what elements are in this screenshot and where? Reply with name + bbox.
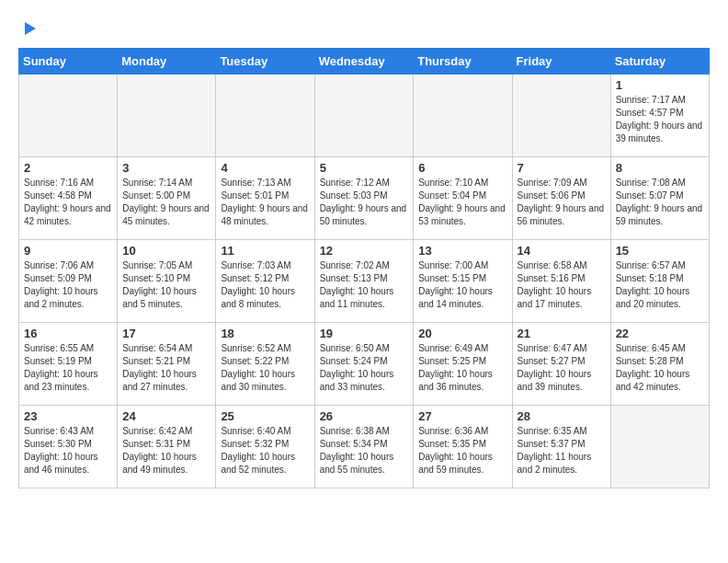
day-info: Sunrise: 6:50 AM Sunset: 5:24 PM Dayligh… xyxy=(320,342,409,394)
day-number: 6 xyxy=(418,161,506,175)
calendar-cell: 14Sunrise: 6:58 AM Sunset: 5:16 PM Dayli… xyxy=(512,240,610,323)
calendar-cell xyxy=(118,75,216,157)
calendar-cell xyxy=(512,75,610,157)
day-info: Sunrise: 7:16 AM Sunset: 4:58 PM Dayligh… xyxy=(24,177,112,228)
calendar-cell: 28Sunrise: 6:35 AM Sunset: 5:37 PM Dayli… xyxy=(512,406,610,488)
day-info: Sunrise: 7:08 AM Sunset: 5:07 PM Dayligh… xyxy=(616,177,704,228)
day-info: Sunrise: 7:06 AM Sunset: 5:09 PM Dayligh… xyxy=(24,259,112,311)
calendar-week-4: 23Sunrise: 6:43 AM Sunset: 5:30 PM Dayli… xyxy=(19,406,710,488)
header-sunday: Sunday xyxy=(19,49,118,75)
calendar-cell: 21Sunrise: 6:47 AM Sunset: 5:27 PM Dayli… xyxy=(512,323,610,406)
day-info: Sunrise: 6:36 AM Sunset: 5:35 PM Dayligh… xyxy=(418,425,506,477)
day-number: 16 xyxy=(24,327,112,340)
day-info: Sunrise: 6:58 AM Sunset: 5:16 PM Dayligh… xyxy=(518,259,606,311)
day-number: 5 xyxy=(320,161,409,175)
day-info: Sunrise: 6:42 AM Sunset: 5:31 PM Dayligh… xyxy=(122,425,210,477)
calendar-cell: 23Sunrise: 6:43 AM Sunset: 5:30 PM Dayli… xyxy=(19,406,118,488)
day-number: 22 xyxy=(616,327,704,340)
header-monday: Monday xyxy=(118,49,216,75)
svg-marker-0 xyxy=(25,22,36,35)
day-number: 21 xyxy=(518,327,606,340)
day-number: 13 xyxy=(418,244,506,258)
calendar-table: SundayMondayTuesdayWednesdayThursdayFrid… xyxy=(18,48,710,488)
day-number: 27 xyxy=(418,409,506,423)
calendar-cell: 27Sunrise: 6:36 AM Sunset: 5:35 PM Dayli… xyxy=(414,406,512,488)
calendar-week-3: 16Sunrise: 6:55 AM Sunset: 5:19 PM Dayli… xyxy=(19,323,710,406)
header-saturday: Saturday xyxy=(610,49,709,75)
day-info: Sunrise: 7:05 AM Sunset: 5:10 PM Dayligh… xyxy=(122,259,210,311)
header-tuesday: Tuesday xyxy=(216,49,314,75)
day-number: 24 xyxy=(122,409,210,423)
day-number: 26 xyxy=(320,409,409,423)
day-info: Sunrise: 7:09 AM Sunset: 5:06 PM Dayligh… xyxy=(518,177,606,228)
calendar-cell: 10Sunrise: 7:05 AM Sunset: 5:10 PM Dayli… xyxy=(118,240,216,323)
day-number: 4 xyxy=(221,161,309,175)
day-number: 1 xyxy=(616,78,704,92)
calendar-cell: 25Sunrise: 6:40 AM Sunset: 5:32 PM Dayli… xyxy=(216,406,314,488)
calendar-cell xyxy=(216,75,314,157)
day-number: 8 xyxy=(616,161,704,175)
day-info: Sunrise: 6:49 AM Sunset: 5:25 PM Dayligh… xyxy=(418,342,506,394)
day-info: Sunrise: 6:57 AM Sunset: 5:18 PM Dayligh… xyxy=(616,259,704,311)
day-info: Sunrise: 6:52 AM Sunset: 5:22 PM Dayligh… xyxy=(221,342,309,394)
header-friday: Friday xyxy=(512,49,610,75)
header-wednesday: Wednesday xyxy=(314,49,414,75)
calendar-cell: 19Sunrise: 6:50 AM Sunset: 5:24 PM Dayli… xyxy=(314,323,414,406)
calendar-cell xyxy=(610,406,709,488)
day-info: Sunrise: 7:17 AM Sunset: 4:57 PM Dayligh… xyxy=(616,94,704,145)
day-info: Sunrise: 6:45 AM Sunset: 5:28 PM Dayligh… xyxy=(616,342,704,394)
calendar-cell xyxy=(19,75,118,157)
calendar-cell: 2Sunrise: 7:16 AM Sunset: 4:58 PM Daylig… xyxy=(19,157,118,240)
calendar-cell: 6Sunrise: 7:10 AM Sunset: 5:04 PM Daylig… xyxy=(414,157,512,240)
day-number: 19 xyxy=(320,327,409,340)
calendar-cell xyxy=(414,75,512,157)
calendar-cell: 5Sunrise: 7:12 AM Sunset: 5:03 PM Daylig… xyxy=(314,157,414,240)
day-info: Sunrise: 6:38 AM Sunset: 5:34 PM Dayligh… xyxy=(320,425,409,477)
calendar-cell: 11Sunrise: 7:03 AM Sunset: 5:12 PM Dayli… xyxy=(216,240,314,323)
calendar-cell: 12Sunrise: 7:02 AM Sunset: 5:13 PM Dayli… xyxy=(314,240,414,323)
day-info: Sunrise: 6:40 AM Sunset: 5:32 PM Dayligh… xyxy=(221,425,309,477)
day-info: Sunrise: 7:10 AM Sunset: 5:04 PM Dayligh… xyxy=(418,177,506,228)
calendar-cell: 4Sunrise: 7:13 AM Sunset: 5:01 PM Daylig… xyxy=(216,157,314,240)
calendar-cell: 26Sunrise: 6:38 AM Sunset: 5:34 PM Dayli… xyxy=(314,406,414,488)
day-number: 14 xyxy=(518,244,606,258)
calendar-cell: 8Sunrise: 7:08 AM Sunset: 5:07 PM Daylig… xyxy=(610,157,709,240)
calendar-cell: 16Sunrise: 6:55 AM Sunset: 5:19 PM Dayli… xyxy=(19,323,118,406)
calendar-cell: 24Sunrise: 6:42 AM Sunset: 5:31 PM Dayli… xyxy=(118,406,216,488)
day-number: 12 xyxy=(320,244,409,258)
day-number: 7 xyxy=(518,161,606,175)
day-number: 3 xyxy=(122,161,210,175)
day-info: Sunrise: 6:47 AM Sunset: 5:27 PM Dayligh… xyxy=(518,342,606,394)
day-info: Sunrise: 7:00 AM Sunset: 5:15 PM Dayligh… xyxy=(418,259,506,311)
day-info: Sunrise: 6:55 AM Sunset: 5:19 PM Dayligh… xyxy=(24,342,112,394)
calendar-cell: 3Sunrise: 7:14 AM Sunset: 5:00 PM Daylig… xyxy=(118,157,216,240)
day-number: 15 xyxy=(616,244,704,258)
day-info: Sunrise: 7:12 AM Sunset: 5:03 PM Dayligh… xyxy=(320,177,409,228)
calendar-cell: 17Sunrise: 6:54 AM Sunset: 5:21 PM Dayli… xyxy=(118,323,216,406)
day-number: 23 xyxy=(24,409,112,423)
day-number: 11 xyxy=(221,244,309,258)
calendar-week-1: 2Sunrise: 7:16 AM Sunset: 4:58 PM Daylig… xyxy=(19,157,710,240)
day-number: 28 xyxy=(518,409,606,423)
day-number: 2 xyxy=(24,161,112,175)
calendar-cell: 20Sunrise: 6:49 AM Sunset: 5:25 PM Dayli… xyxy=(414,323,512,406)
day-info: Sunrise: 7:13 AM Sunset: 5:01 PM Dayligh… xyxy=(221,177,309,228)
day-info: Sunrise: 6:35 AM Sunset: 5:37 PM Dayligh… xyxy=(518,425,606,477)
calendar-cell: 15Sunrise: 6:57 AM Sunset: 5:18 PM Dayli… xyxy=(610,240,709,323)
calendar-cell: 1Sunrise: 7:17 AM Sunset: 4:57 PM Daylig… xyxy=(610,75,709,157)
calendar-header-row: SundayMondayTuesdayWednesdayThursdayFrid… xyxy=(19,49,710,75)
header-thursday: Thursday xyxy=(414,49,512,75)
day-number: 25 xyxy=(221,409,309,423)
day-info: Sunrise: 7:14 AM Sunset: 5:00 PM Dayligh… xyxy=(122,177,210,228)
calendar-cell: 18Sunrise: 6:52 AM Sunset: 5:22 PM Dayli… xyxy=(216,323,314,406)
calendar-cell: 7Sunrise: 7:09 AM Sunset: 5:06 PM Daylig… xyxy=(512,157,610,240)
day-info: Sunrise: 6:43 AM Sunset: 5:30 PM Dayligh… xyxy=(24,425,112,477)
day-number: 18 xyxy=(221,327,309,340)
day-info: Sunrise: 6:54 AM Sunset: 5:21 PM Dayligh… xyxy=(122,342,210,394)
calendar-cell: 9Sunrise: 7:06 AM Sunset: 5:09 PM Daylig… xyxy=(19,240,118,323)
day-number: 20 xyxy=(418,327,506,340)
calendar-cell: 13Sunrise: 7:00 AM Sunset: 5:15 PM Dayli… xyxy=(414,240,512,323)
logo-icon xyxy=(19,18,40,39)
day-info: Sunrise: 7:03 AM Sunset: 5:12 PM Dayligh… xyxy=(221,259,309,311)
day-number: 10 xyxy=(122,244,210,258)
